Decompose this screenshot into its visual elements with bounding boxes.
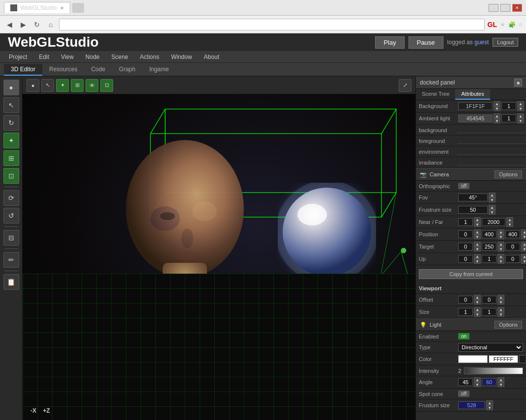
menu-edit[interactable]: Edit <box>34 53 54 61</box>
light-color-input[interactable] <box>489 355 518 363</box>
fov-spin-down[interactable]: ▼ <box>489 197 496 202</box>
menu-icon[interactable]: ≡ <box>519 21 522 28</box>
tab-3d-editor[interactable]: 3D Editor <box>4 64 42 76</box>
menu-project[interactable]: Project <box>4 53 32 61</box>
size-x-input[interactable] <box>458 308 473 316</box>
viewport[interactable]: ● ↖ ✦ ⊞ 👁 ⊡ ⤢ <box>23 77 415 420</box>
up-y-up[interactable]: ▲ <box>497 254 504 259</box>
up-z-down[interactable]: ▼ <box>521 259 526 264</box>
frustrum-spin-down[interactable]: ▼ <box>489 210 496 215</box>
lf-down[interactable]: ▼ <box>486 405 493 410</box>
up-x-down[interactable]: ▼ <box>474 259 481 264</box>
move-tool[interactable]: ↖ <box>3 97 19 113</box>
amb-mult-up[interactable]: ▲ <box>517 113 524 118</box>
menu-actions[interactable]: Actions <box>135 53 164 61</box>
info-tool[interactable]: 📋 <box>3 274 19 290</box>
target-z-up[interactable]: ▲ <box>521 242 526 247</box>
bg-texture-input[interactable] <box>458 127 526 133</box>
type-select[interactable]: Directional Point Spot <box>458 343 523 352</box>
background-mult-input[interactable] <box>501 102 516 110</box>
angle-input1[interactable] <box>458 378 473 386</box>
target-z-input[interactable] <box>505 243 520 251</box>
zoom-tool[interactable]: ↺ <box>3 208 19 224</box>
target-z-down[interactable]: ▼ <box>521 247 526 252</box>
target-x-input[interactable] <box>458 243 473 251</box>
pos-z-input[interactable] <box>505 230 520 238</box>
browser-tab[interactable]: WebGLStudio ✕ <box>4 2 70 13</box>
panel-tab-attributes[interactable]: Attributes <box>455 89 490 100</box>
angle1-down[interactable]: ▼ <box>474 382 481 387</box>
light-options-button[interactable]: Options <box>495 321 522 329</box>
background-spin-up[interactable]: ▲ <box>494 101 500 106</box>
bg-mult-up[interactable]: ▲ <box>517 101 524 106</box>
star-icon[interactable]: ★ <box>500 21 505 28</box>
forward-button[interactable]: ▶ <box>18 19 29 30</box>
home-button[interactable]: ⌂ <box>45 19 56 30</box>
grid-tool[interactable]: ⊞ <box>3 150 19 166</box>
minimize-button[interactable]: — <box>489 4 498 12</box>
up-z-input[interactable] <box>505 255 520 263</box>
size-x-up[interactable]: ▲ <box>474 307 481 312</box>
offset-y-input[interactable] <box>482 296 497 304</box>
size-y-up[interactable]: ▲ <box>497 307 504 312</box>
fov-spin-up[interactable]: ▲ <box>489 193 496 197</box>
back-button[interactable]: ◀ <box>4 19 15 30</box>
amb-mult-down[interactable]: ▼ <box>517 118 524 123</box>
panel-tab-scene-tree[interactable]: Scene Tree <box>416 89 455 100</box>
light-color-swatch[interactable] <box>458 355 488 363</box>
offset-x-down[interactable]: ▼ <box>474 300 481 305</box>
frustrum-spin-up[interactable]: ▲ <box>489 205 496 210</box>
play-button[interactable]: Play <box>375 36 404 49</box>
angle2-up[interactable]: ▲ <box>497 377 504 382</box>
address-bar[interactable] <box>59 19 485 30</box>
close-button[interactable]: ✕ <box>512 4 522 12</box>
size-y-input[interactable] <box>482 308 497 316</box>
ambient-spin-up[interactable]: ▲ <box>494 113 500 118</box>
panel-close-button[interactable]: ■ <box>514 79 522 86</box>
size-y-down[interactable]: ▼ <box>497 312 504 317</box>
pos-y-input[interactable] <box>482 230 497 238</box>
vp-circle-tool[interactable]: ● <box>27 79 39 92</box>
offset-y-up[interactable]: ▲ <box>497 295 504 300</box>
rotate-tool[interactable]: ↻ <box>3 115 19 131</box>
target-x-down[interactable]: ▼ <box>474 247 481 252</box>
maximize-button[interactable]: □ <box>500 4 510 12</box>
intensity-slider[interactable] <box>464 367 523 374</box>
ambient-spin-down[interactable]: ▼ <box>494 118 500 123</box>
far-spin-up[interactable]: ▲ <box>506 217 513 222</box>
background-spin-down[interactable]: ▼ <box>494 106 500 111</box>
menu-about[interactable]: About <box>199 53 224 61</box>
offset-x-input[interactable] <box>458 296 473 304</box>
ortho-badge[interactable]: off <box>458 183 469 189</box>
select-tool[interactable]: ● <box>3 80 19 95</box>
up-x-input[interactable] <box>458 255 473 263</box>
vp-expand-tool[interactable]: ⤢ <box>399 79 411 92</box>
menu-window[interactable]: Window <box>166 53 197 61</box>
logout-button[interactable]: Logout <box>493 38 518 47</box>
tab-graph[interactable]: Graph <box>112 64 142 76</box>
ambient-mult-input[interactable] <box>501 114 516 122</box>
pos-z-down[interactable]: ▼ <box>521 234 526 239</box>
vp-tool-green1[interactable]: ✦ <box>56 79 69 92</box>
target-y-up[interactable]: ▲ <box>497 242 504 247</box>
enabled-badge[interactable]: on <box>458 333 469 339</box>
fg-texture-input[interactable] <box>458 138 526 144</box>
vp-tool-green4[interactable]: ⊡ <box>100 79 113 92</box>
copy-from-current-button[interactable]: Copy from current <box>419 269 523 279</box>
tab-resources[interactable]: Resources <box>42 64 84 76</box>
offset-y-down[interactable]: ▼ <box>497 300 504 305</box>
background-color-input[interactable] <box>458 102 493 110</box>
target-x-up[interactable]: ▲ <box>474 242 481 247</box>
lf-up[interactable]: ▲ <box>486 400 493 405</box>
pos-x-input[interactable] <box>458 230 473 238</box>
fov-input[interactable] <box>458 194 488 201</box>
refresh-button[interactable]: ↻ <box>31 19 42 30</box>
frustrum-input[interactable] <box>458 206 488 214</box>
bg-mult-down[interactable]: ▼ <box>517 106 524 111</box>
up-z-up[interactable]: ▲ <box>521 254 526 259</box>
snap-tool[interactable]: ⊡ <box>3 168 19 184</box>
far-input[interactable] <box>482 218 505 226</box>
paint-tool[interactable]: ✏ <box>3 252 19 268</box>
target-y-down[interactable]: ▼ <box>497 247 504 252</box>
object-tool[interactable]: ⊟ <box>3 230 19 246</box>
